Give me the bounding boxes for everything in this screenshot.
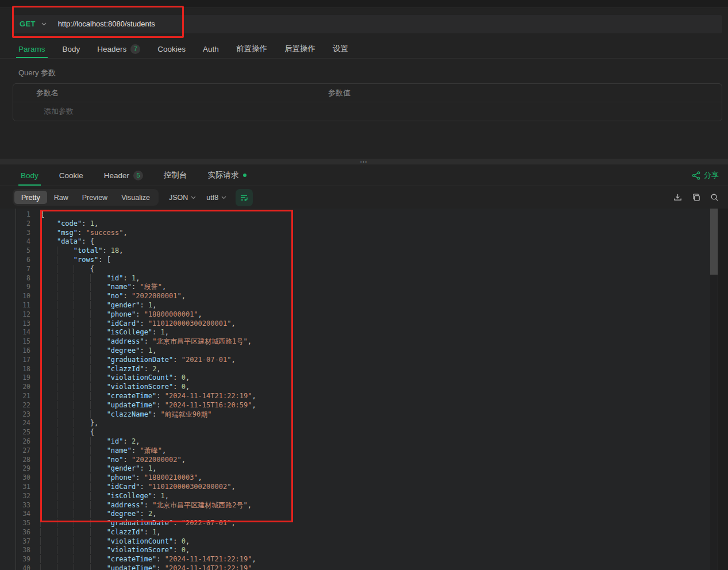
code-line: 17 "graduationDate": "2021-07-01",: [0, 356, 728, 365]
response-tab-body[interactable]: Body: [21, 165, 38, 186]
chevron-down-icon: [221, 196, 226, 199]
code-line: 6 "rows": [: [0, 256, 728, 265]
format-lines-icon: [240, 194, 249, 202]
response-tab-控制台[interactable]: 控制台: [164, 165, 187, 186]
resize-dots: ⋯: [360, 160, 368, 164]
code-content: "violationCount": 0,: [30, 373, 190, 383]
request-tab-cookies[interactable]: Cookies: [157, 40, 186, 58]
encoding-select-value: utf8: [206, 194, 218, 202]
code-line: 18 "clazzId": 2,: [0, 365, 728, 374]
copy-icon[interactable]: [692, 193, 700, 202]
method-select[interactable]: GET: [20, 20, 36, 28]
request-tab-body[interactable]: Body: [63, 40, 80, 58]
url-bar[interactable]: GET http://localhost:8080/students: [13, 15, 722, 33]
code-line: 16 "degree": 1,: [0, 346, 728, 356]
panel-resize-handle[interactable]: ⋯: [0, 159, 728, 165]
code-line: 22 "updateTime": "2024-11-15T16:20:59",: [0, 401, 728, 410]
request-tabs: ParamsBodyHeaders7CookiesAuth前置操作后置操作设置: [0, 40, 728, 59]
tab-label: Body: [21, 171, 38, 180]
tab-label: 实际请求: [208, 170, 239, 180]
response-tab-cookie[interactable]: Cookie: [59, 165, 83, 186]
share-nodes-icon: [692, 171, 700, 180]
request-tab-auth[interactable]: Auth: [203, 40, 219, 58]
code-line: 13 "idCard": "110120000300200001",: [0, 319, 728, 329]
code-line: 33 "address": "北京市昌平区建材城西路2号",: [0, 501, 728, 510]
code-content: "idCard": "110120000300200001",: [30, 319, 236, 329]
query-params-table: 参数名 参数值 添加参数: [13, 83, 722, 121]
code-line: 3 "msg": "success",: [0, 229, 728, 238]
count-badge: 7: [130, 44, 140, 54]
code-content: "violationScore": 0,: [30, 546, 190, 555]
type-select[interactable]: JSON: [169, 194, 196, 202]
editor-right-margin: [718, 209, 728, 570]
tab-label: Body: [63, 45, 80, 53]
code-line: 34 "degree": 2,: [0, 510, 728, 519]
tab-label: Headers: [97, 45, 126, 53]
request-url-row: GET http://localhost:8080/students: [0, 8, 728, 40]
code-line: 30 "phone": "18800210003",: [0, 473, 728, 483]
code-line: 21 "createTime": "2024-11-14T21:22:19",: [0, 392, 728, 401]
code-line: 25 {: [0, 428, 728, 437]
code-line: 12 "phone": "18800000001",: [0, 310, 728, 319]
scrollbar-thumb[interactable]: [710, 209, 718, 275]
request-tab-前置操作[interactable]: 前置操作: [236, 40, 267, 58]
view-mode-visualize[interactable]: Visualize: [114, 191, 157, 204]
code-line: 9 "name": "段誉",: [0, 283, 728, 292]
share-button[interactable]: 分享: [692, 165, 719, 186]
column-param-value: 参数值: [328, 88, 350, 98]
code-line: 40 "updateTime": "2024-11-14T21:22:19": [0, 564, 728, 570]
code-content: "id": 1,: [30, 274, 140, 283]
response-tab-header[interactable]: Header5: [104, 165, 143, 186]
code-content: "total": 18,: [30, 247, 124, 256]
chevron-down-icon: [191, 196, 196, 199]
code-line: 31 "idCard": "110120000300200002",: [0, 483, 728, 492]
editor-scrollbar[interactable]: [710, 209, 718, 570]
view-mode-raw[interactable]: Raw: [47, 191, 75, 204]
magnifier-icon[interactable]: [710, 193, 719, 202]
add-param-button[interactable]: 添加参数: [13, 102, 722, 121]
request-panel-empty: [0, 121, 728, 159]
download-icon[interactable]: [673, 193, 682, 202]
tab-label: Cookies: [157, 45, 186, 53]
code-line: 27 "name": "萧峰",: [0, 446, 728, 456]
code-content: "no": "2022000002",: [30, 456, 186, 465]
code-content: "msg": "success",: [30, 229, 128, 238]
code-content: "phone": "18800210003",: [30, 473, 202, 483]
code-content: "idCard": "110120000300200002",: [30, 483, 236, 492]
format-button[interactable]: [236, 189, 253, 206]
request-tab-后置操作[interactable]: 后置操作: [284, 40, 315, 58]
code-line: 39 "createTime": "2024-11-14T21:22:19",: [0, 555, 728, 564]
request-tab-headers[interactable]: Headers7: [97, 40, 140, 58]
code-content: "no": "2022000001",: [30, 292, 186, 301]
code-line: 11 "gender": 1,: [0, 301, 728, 310]
tab-label: 后置操作: [284, 44, 315, 54]
code-line: 20 "violationScore": 0,: [0, 383, 728, 392]
code-line: 14 "isCollege": 1,: [0, 328, 728, 337]
view-mode-pretty[interactable]: Pretty: [14, 191, 47, 204]
code-content: "degree": 2,: [30, 510, 156, 519]
url-input-value[interactable]: http://localhost:8080/students: [58, 20, 155, 28]
response-body-editor[interactable]: 1{2 "code": 1,3 "msg": "success",4 "data…: [0, 209, 728, 570]
code-content: "createTime": "2024-11-14T21:22:19",: [30, 392, 256, 401]
tab-label: Auth: [203, 45, 219, 53]
query-section-title: Query 参数: [18, 68, 722, 78]
code-content: "code": 1,: [30, 219, 98, 229]
view-mode-segmented-control: PrettyRawPreviewVisualize: [13, 189, 159, 206]
code-content: "name": "段誉",: [30, 283, 166, 292]
response-tab-实际请求[interactable]: 实际请求: [208, 165, 246, 186]
encoding-select[interactable]: utf8: [206, 194, 226, 202]
gutter-border: [16, 209, 16, 570]
chevron-down-icon[interactable]: [41, 22, 47, 26]
request-tab-params[interactable]: Params: [18, 40, 45, 58]
code-line: 2 "code": 1,: [0, 219, 728, 229]
code-content: {: [30, 265, 94, 274]
type-select-value: JSON: [169, 194, 188, 202]
code-content: "graduationDate": "2021-07-01",: [30, 356, 236, 365]
count-badge: 5: [133, 171, 143, 180]
request-tab-设置[interactable]: 设置: [333, 40, 348, 58]
status-dot: [243, 174, 246, 177]
code-content: "degree": 1,: [30, 346, 156, 356]
code-line: 35 "graduationDate": "2022-07-01",: [0, 519, 728, 528]
code-content: {: [30, 210, 44, 219]
view-mode-preview[interactable]: Preview: [75, 191, 114, 204]
